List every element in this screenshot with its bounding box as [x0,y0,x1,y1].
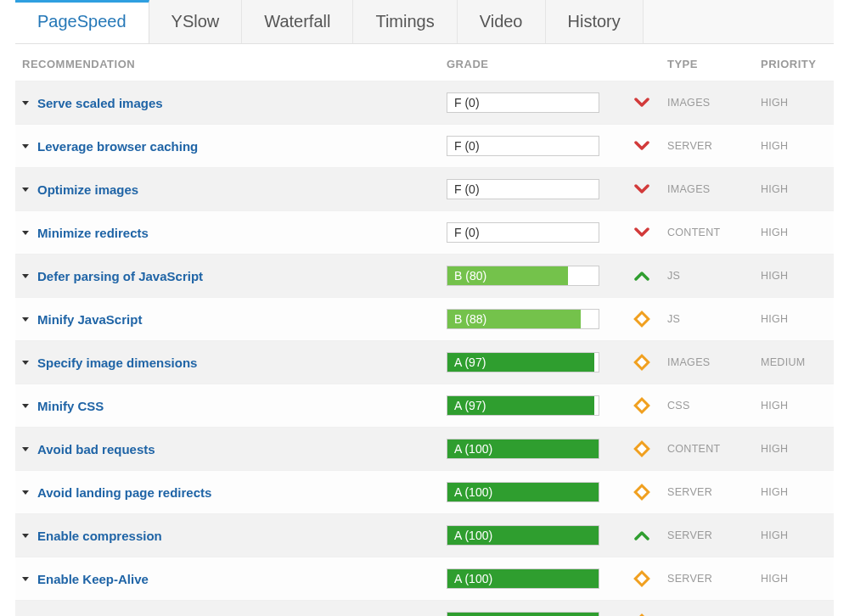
grade-bar-wrap: F (0) [447,179,599,199]
priority-cell: HIGH [761,97,849,109]
grade-text: F (0) [454,226,480,239]
type-cell: IMAGES [667,97,761,109]
type-cell: CONTENT [667,227,761,238]
recommendation-link[interactable]: Enable compression [37,529,162,543]
recommendation-link[interactable]: Optimize images [37,182,138,197]
recommendation-link[interactable]: Avoid bad requests [37,442,155,456]
grade-bar-wrap: F (0) [447,136,599,156]
header-recommendation: RECOMMENDATION [22,58,447,70]
expand-caret-icon[interactable] [22,404,29,408]
table-row[interactable]: Optimize imagesF (0)IMAGESHIGH [15,167,834,210]
grade-bar-wrap: B (80) [447,266,599,286]
rows-container: Serve scaled imagesF (0)IMAGESHIGHLevera… [15,81,834,616]
table-row[interactable]: Minimize redirectsF (0)CONTENTHIGH [15,210,834,254]
table-row[interactable]: Enable Keep-AliveA (100)SERVERHIGH [15,557,834,600]
grade-bar-wrap: A (97) [447,395,599,416]
trend-icon-cell [616,486,667,498]
type-cell: JS [667,270,761,282]
recommendation-link[interactable]: Minify JavaScript [37,312,142,327]
expand-caret-icon[interactable] [22,101,29,105]
recommendation-link[interactable]: Minify CSS [37,399,104,413]
type-cell: CONTENT [667,443,761,455]
priority-cell: HIGH [761,183,849,195]
trend-icon-cell [616,184,667,194]
tab-yslow[interactable]: YSlow [149,0,243,43]
recommendation-link[interactable]: Enable Keep-Alive [37,572,149,586]
grade-text: A (100) [454,485,492,499]
grade-text: B (88) [454,312,486,326]
grade-text: A (97) [454,399,486,412]
expand-caret-icon[interactable] [22,274,29,278]
expand-caret-icon[interactable] [22,490,29,495]
tab-waterfall[interactable]: Waterfall [242,0,353,43]
trend-icon-cell [616,141,667,151]
trend-icon-cell [616,400,667,412]
diamond-icon [633,570,650,587]
tab-timings[interactable]: Timings [353,0,457,43]
type-cell: JS [667,313,761,325]
grade-bar-fill: B (88) [447,310,581,328]
table-row[interactable]: Minify CSSA (97)CSSHIGH [15,384,834,427]
table-row[interactable]: Serve scaled imagesF (0)IMAGESHIGH [15,81,834,124]
grade-cell: F (0) [447,136,616,156]
priority-cell: HIGH [761,227,849,238]
recommendation-cell: Minify JavaScript [22,312,447,327]
recommendation-link[interactable]: Specify image dimensions [37,356,197,370]
table-row[interactable]: Enable compressionA (100)SERVERHIGH [15,513,834,557]
grade-cell: A (100) [447,568,616,589]
header-type: TYPE [667,58,761,70]
expand-caret-icon[interactable] [22,447,29,451]
grade-bar-fill: A (100) [447,440,599,458]
table-row[interactable]: Specify image dimensionsA (97)IMAGESMEDI… [15,340,834,384]
recommendation-link[interactable]: Leverage browser caching [37,139,198,154]
trend-icon-cell [616,356,667,368]
tab-history[interactable]: History [546,0,644,43]
trend-icon-cell [616,573,667,585]
trend-icon-cell [616,271,667,281]
expand-caret-icon[interactable] [22,231,29,235]
tab-video[interactable]: Video [458,0,546,43]
table-row[interactable]: Inline small CSSA (100)CSSHIGH [15,600,834,616]
grade-cell: A (97) [447,352,616,372]
header-row: RECOMMENDATION GRADE TYPE PRIORITY [15,44,834,81]
recommendation-link[interactable]: Defer parsing of JavaScript [37,269,203,283]
grade-bar-wrap: A (97) [447,352,599,372]
recommendation-cell: Avoid landing page redirects [22,485,447,500]
trend-icon-cell [616,98,667,108]
type-cell: SERVER [667,140,761,152]
grade-cell: A (97) [447,395,616,416]
grade-bar-fill: A (100) [447,526,599,545]
recommendation-cell: Avoid bad requests [22,442,447,456]
grade-bar-wrap: A (100) [447,568,599,589]
chevron-down-icon [634,227,649,238]
chevron-down-icon [634,98,649,108]
tab-pagespeed[interactable]: PageSpeed [15,0,149,43]
recommendation-link[interactable]: Serve scaled images [37,96,163,110]
diamond-icon [633,354,650,371]
recommendation-link[interactable]: Minimize redirects [37,226,149,240]
expand-caret-icon[interactable] [22,317,29,322]
expand-caret-icon[interactable] [22,361,29,365]
table-row[interactable]: Avoid landing page redirectsA (100)SERVE… [15,470,834,513]
table-row[interactable]: Defer parsing of JavaScriptB (80)JSHIGH [15,254,834,297]
table-row[interactable]: Leverage browser cachingF (0)SERVERHIGH [15,124,834,167]
priority-cell: HIGH [761,573,849,585]
grade-bar-fill: A (97) [447,353,594,372]
expand-caret-icon[interactable] [22,577,29,581]
grade-text: A (100) [454,529,492,542]
diamond-icon [633,484,650,501]
table-row[interactable]: Avoid bad requestsA (100)CONTENTHIGH [15,427,834,470]
chevron-up-icon [634,271,649,281]
expand-caret-icon[interactable] [22,534,29,538]
grade-bar-wrap: A (100) [447,439,599,459]
type-cell: SERVER [667,529,761,541]
chevron-down-icon [634,184,649,194]
chevron-up-icon [634,530,649,540]
expand-caret-icon[interactable] [22,188,29,192]
expand-caret-icon[interactable] [22,144,29,148]
table-row[interactable]: Minify JavaScriptB (88)JSHIGH [15,297,834,340]
recommendation-link[interactable]: Avoid landing page redirects [37,485,211,500]
grade-bar-wrap: A (100) [447,482,599,502]
trend-icon-cell [616,227,667,238]
grade-cell: F (0) [447,179,616,199]
